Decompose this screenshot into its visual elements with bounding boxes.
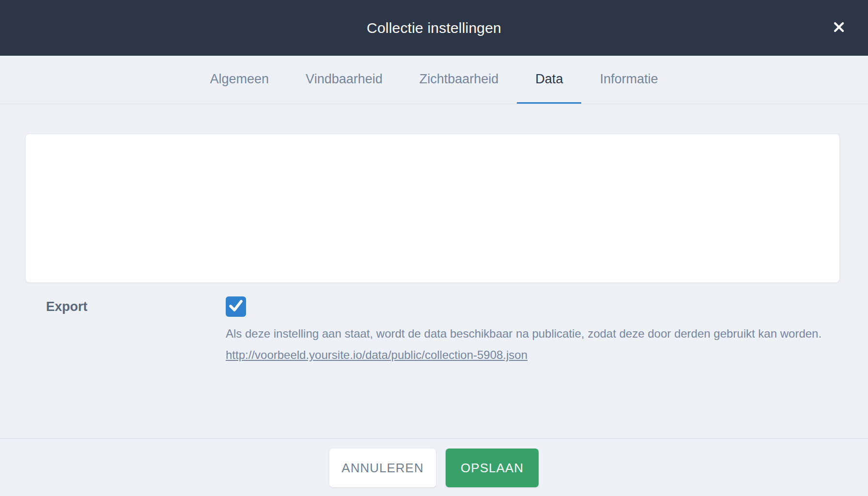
footer-divider (0, 438, 868, 439)
export-description: Als deze instelling aan staat, wordt de … (226, 324, 848, 343)
export-setting-body: Als deze instelling aan staat, wordt de … (226, 324, 848, 365)
close-button[interactable] (827, 16, 851, 39)
tab-bar: Algemeen Vindbaarheid Zichtbaarheid Data… (0, 56, 868, 104)
tab-zichtbaarheid[interactable]: Zichtbaarheid (401, 56, 517, 104)
export-url-link[interactable]: http://voorbeeld.yoursite.io/data/public… (226, 345, 527, 365)
modal-title: Collectie instellingen (367, 20, 501, 36)
export-setting-label: Export (46, 297, 88, 316)
close-x-icon (833, 21, 845, 35)
tab-informatie[interactable]: Informatie (581, 56, 676, 104)
modal-header: Collectie instellingen (0, 0, 868, 56)
export-checkbox[interactable] (226, 296, 246, 317)
tab-data[interactable]: Data (517, 56, 581, 104)
settings-card: Export Als deze instelling aan staat, wo… (26, 134, 839, 282)
cancel-button[interactable]: ANNULEREN (329, 449, 436, 487)
checkmark-icon (226, 295, 246, 318)
tab-vindbaarheid[interactable]: Vindbaarheid (287, 56, 401, 104)
tab-algemeen[interactable]: Algemeen (192, 56, 288, 104)
save-button[interactable]: OPSLAAN (446, 449, 539, 487)
